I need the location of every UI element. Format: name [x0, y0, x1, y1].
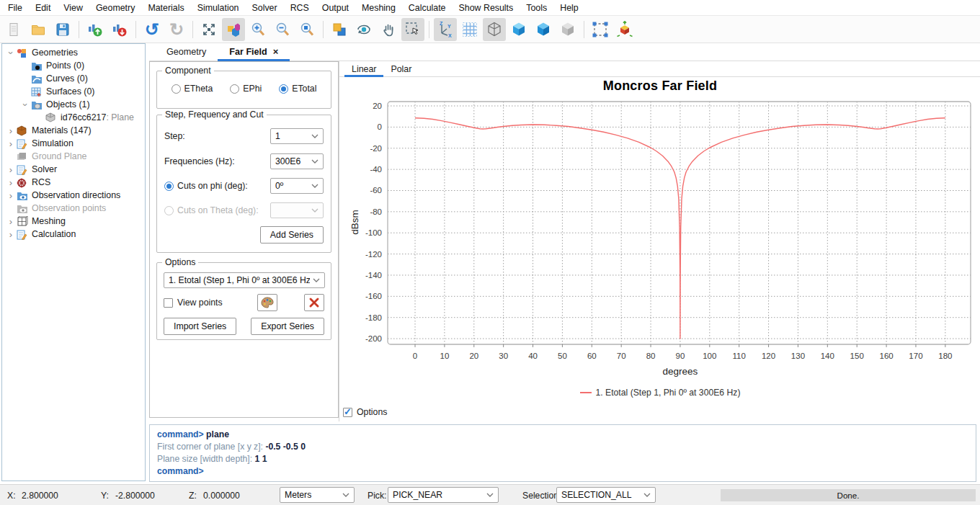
console-value: -0.5 -0.5 0	[265, 442, 306, 452]
pick-select[interactable]: PICK_NEAR	[388, 487, 499, 503]
step-frequency-cut-group: Step, Frequency and Cut Step: 1 Frequenc…	[156, 115, 331, 253]
chevron-expanded-icon[interactable]: ›	[6, 47, 17, 58]
axis-cube-icon[interactable]	[613, 18, 636, 41]
selection-select[interactable]: SELECTION_ALL	[556, 487, 656, 503]
tree-item-solver[interactable]: ›Solver	[2, 163, 145, 176]
menu-item-view[interactable]: View	[57, 0, 89, 16]
tree-item-geometries[interactable]: ›Geometries	[2, 46, 145, 59]
tree-item-materials-147[interactable]: ›Materials (147)	[2, 124, 145, 137]
cuts-on-phi-radio[interactable]: Cuts on phi (deg):	[164, 181, 248, 191]
select-tool-icon[interactable]	[401, 18, 424, 41]
new-file-icon[interactable]	[2, 18, 25, 41]
view-3d-icon[interactable]	[222, 18, 245, 41]
menu-item-rcs[interactable]: RCS	[284, 0, 316, 16]
tree-item-id76cc6217[interactable]: id76cc6217 : Plane	[2, 111, 145, 124]
x-axis-tick-labels: 0102030405060708090100110120130140150160…	[413, 352, 953, 360]
smooth-cube-icon[interactable]	[532, 18, 555, 41]
tree-item-surfaces-0[interactable]: Surfaces (0)	[2, 85, 145, 98]
menu-item-geometry[interactable]: Geometry	[89, 0, 141, 16]
fit-view-icon[interactable]	[197, 18, 220, 41]
shaded-cube-icon[interactable]	[507, 18, 530, 41]
chevron-collapsed-icon[interactable]: ›	[5, 164, 17, 175]
menu-item-output[interactable]: Output	[316, 0, 355, 16]
tree-item-meshing[interactable]: ›Meshing	[2, 215, 145, 228]
tree-item-simulation[interactable]: ›Simulation	[2, 137, 145, 150]
folder-curves-icon	[31, 73, 43, 84]
undo-icon[interactable]: ↺	[141, 18, 164, 41]
selection-label: Selection:	[522, 491, 561, 501]
close-tab-icon[interactable]: ×	[273, 48, 279, 56]
chevron-collapsed-icon[interactable]: ›	[5, 216, 17, 227]
component-radio-ephi[interactable]: EPhi	[230, 84, 262, 94]
tree-item-label: RCS	[32, 177, 50, 187]
geometry-tree-panel: ›GeometriesPoints (0)Curves (0)Surfaces …	[1, 43, 146, 481]
save-icon[interactable]	[51, 18, 74, 41]
layers-icon[interactable]	[328, 18, 351, 41]
legend-label: 1. Etotal (Step 1, Phi 0º at 300E6 Hz)	[596, 388, 741, 398]
series-select[interactable]: 1. Etotal (Step 1, Phi 0º at 300E6 Hz)	[164, 272, 325, 288]
zoom-window-icon[interactable]	[295, 18, 318, 41]
tab-linear[interactable]: Linear	[344, 61, 383, 76]
console-prompt: command>	[157, 466, 204, 476]
chevron-collapsed-icon[interactable]: ›	[5, 138, 17, 149]
tree-item-observation-directions[interactable]: ›Observation directions	[2, 189, 145, 202]
tree-item-rcs[interactable]: ›RCS	[2, 176, 145, 189]
import-series-button[interactable]: Import Series	[164, 318, 236, 335]
tree-item-objects-1[interactable]: ›Objects (1)	[2, 98, 145, 111]
step-select[interactable]: 1	[270, 128, 324, 144]
chevron-collapsed-icon[interactable]: ›	[5, 177, 17, 188]
frequencies-select[interactable]: 300E6	[270, 153, 324, 169]
chevron-collapsed-icon[interactable]: ›	[5, 229, 17, 240]
tab-polar[interactable]: Polar	[383, 61, 419, 76]
chevron-collapsed-icon[interactable]: ›	[5, 125, 17, 136]
wireframe-cube-icon[interactable]	[483, 18, 506, 41]
menu-item-help[interactable]: Help	[553, 0, 584, 16]
redo-icon[interactable]: ↺	[165, 18, 188, 41]
cuts-on-theta-select[interactable]	[270, 202, 324, 218]
component-group-title: Component	[162, 66, 214, 76]
chart-options-checkbox[interactable]	[343, 408, 352, 417]
menu-item-simulation[interactable]: Simulation	[191, 0, 246, 16]
menu-item-calculate[interactable]: Calculate	[402, 0, 453, 16]
units-select[interactable]: Meters	[280, 487, 355, 503]
tree-item-ground-plane[interactable]: Ground Plane	[2, 150, 145, 163]
pan-icon[interactable]	[377, 18, 400, 41]
axes-icon[interactable]: ZYX	[434, 18, 457, 41]
menu-item-tools[interactable]: Tools	[520, 0, 553, 16]
chevron-collapsed-icon[interactable]: ›	[5, 190, 17, 201]
cuts-on-phi-select[interactable]: 0º	[270, 178, 324, 194]
tree-item-calculation[interactable]: ›Calculation	[2, 228, 145, 241]
import-icon[interactable]	[84, 18, 107, 41]
selection-handles-icon[interactable]	[589, 18, 612, 41]
grid-icon[interactable]	[458, 18, 481, 41]
series-color-button[interactable]	[257, 294, 277, 311]
cuts-on-theta-radio[interactable]: Cuts on Theta (deg):	[164, 205, 259, 215]
export-series-button[interactable]: Export Series	[251, 318, 324, 335]
menu-item-file[interactable]: File	[1, 0, 29, 16]
command-console[interactable]: command> planeFirst corner of plane [x y…	[149, 424, 976, 482]
tab-geometry[interactable]: Geometry	[155, 43, 218, 61]
zoom-in-icon[interactable]	[246, 18, 270, 41]
tab-far-field[interactable]: Far Field×	[218, 43, 290, 61]
open-folder-icon[interactable]	[27, 18, 50, 41]
delete-series-button[interactable]	[304, 294, 324, 311]
tree-item-points-0[interactable]: Points (0)	[2, 59, 145, 72]
add-series-button[interactable]: Add Series	[260, 226, 324, 243]
svg-text:180: 180	[938, 352, 952, 360]
chevron-expanded-icon[interactable]: ›	[20, 99, 31, 110]
gray-cube-icon[interactable]	[556, 18, 579, 41]
menu-item-solver[interactable]: Solver	[246, 0, 284, 16]
component-radio-etheta[interactable]: ETheta	[172, 84, 213, 94]
component-radio-etotal[interactable]: ETotal	[279, 84, 316, 94]
menu-item-edit[interactable]: Edit	[29, 0, 57, 16]
menu-item-materials[interactable]: Materials	[141, 0, 190, 16]
menu-item-meshing[interactable]: Meshing	[355, 0, 402, 16]
export-icon[interactable]	[108, 18, 131, 41]
orbit-icon[interactable]	[352, 18, 375, 41]
tree-item-observation-points[interactable]: Observation points	[2, 202, 145, 215]
zoom-out-icon[interactable]	[271, 18, 294, 41]
radio-dot	[172, 84, 181, 94]
menu-item-show-results[interactable]: Show Results	[453, 0, 520, 16]
view-points-checkbox[interactable]	[164, 298, 173, 308]
tree-item-curves-0[interactable]: Curves (0)	[2, 72, 145, 85]
